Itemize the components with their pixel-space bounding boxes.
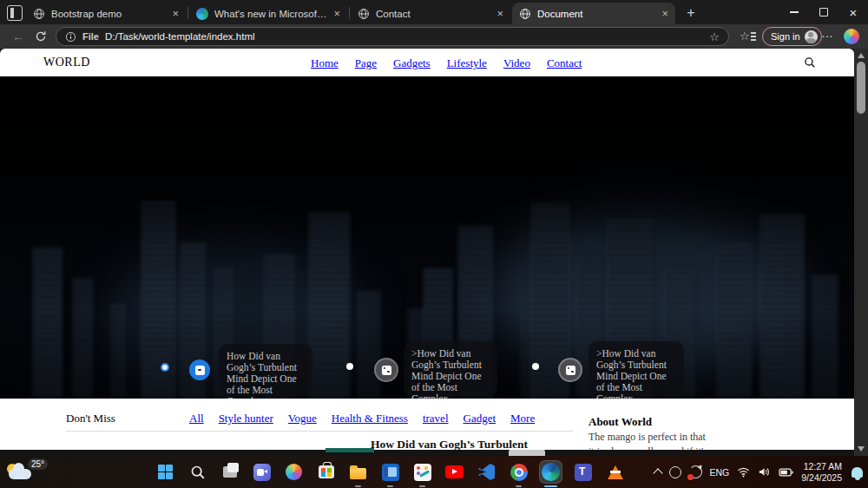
- nav-link-lifestyle[interactable]: Lifestyle: [447, 56, 487, 70]
- copilot-icon[interactable]: [844, 29, 859, 44]
- tab-whats-new-edge[interactable]: What's new in Microsoft Edge: [189, 3, 347, 24]
- folder-icon: [350, 468, 366, 479]
- tab-close-icon[interactable]: [661, 8, 668, 19]
- slide-icon-button[interactable]: [376, 359, 397, 380]
- teams-button[interactable]: [572, 461, 594, 483]
- language-indicator[interactable]: ENG: [710, 467, 730, 478]
- slide-icon-button[interactable]: [560, 359, 581, 380]
- browser-menu-icon[interactable]: [821, 26, 834, 40]
- wifi-icon[interactable]: [737, 466, 750, 478]
- slide-caption[interactable]: How Did van Gogh’s Turbulent Mind Depict…: [219, 344, 312, 396]
- restore-button[interactable]: [809, 0, 838, 24]
- filter-gadget[interactable]: Gadget: [464, 412, 496, 425]
- next-section-edge: [0, 450, 854, 456]
- tab-title: What's new in Microsoft Edge: [214, 9, 327, 19]
- microsoft-store-button[interactable]: [315, 461, 337, 483]
- update-status-icon[interactable]: [689, 465, 702, 478]
- hero-carousel: How Did van Gogh’s Turbulent Mind Depict…: [0, 76, 854, 399]
- sign-in-button[interactable]: Sign in: [762, 27, 822, 46]
- search-icon[interactable]: [804, 56, 816, 69]
- nav-link-video[interactable]: Video: [503, 56, 530, 70]
- file-explorer-button[interactable]: [347, 461, 369, 483]
- slide-indicator-dot[interactable]: [346, 363, 353, 370]
- nav-link-contact[interactable]: Contact: [547, 56, 582, 70]
- info-icon[interactable]: [65, 31, 76, 43]
- filter-health-fitness[interactable]: Health & Fitness: [332, 412, 408, 425]
- weather-widget[interactable]: 25°: [7, 458, 52, 485]
- back-button[interactable]: [10, 29, 26, 44]
- chrome-button[interactable]: [508, 461, 529, 483]
- scrollbar-thumb[interactable]: [857, 62, 865, 114]
- chrome-icon: [510, 464, 528, 481]
- taskbar: 25° ENG: [0, 456, 868, 488]
- tab-contact[interactable]: Contact: [351, 3, 510, 24]
- notification-bell-icon[interactable]: [852, 467, 863, 478]
- vscode-icon: [478, 464, 495, 480]
- slide-indicator-dot-active[interactable]: [161, 363, 169, 372]
- app-window-icon: [382, 464, 399, 481]
- snipping-tool-button[interactable]: [411, 461, 433, 483]
- page-scrollbar[interactable]: [854, 49, 868, 456]
- vscode-button[interactable]: [476, 461, 497, 483]
- filter-travel[interactable]: travel: [423, 412, 449, 425]
- tray-overflow-chevron-icon[interactable]: [653, 468, 662, 478]
- browser-toolbar: File D:/Task/world-template/index.html S…: [0, 24, 868, 49]
- start-button[interactable]: [155, 461, 176, 483]
- address-bar[interactable]: File D:/Task/world-template/index.html: [56, 27, 729, 46]
- copilot-taskbar-button[interactable]: [283, 461, 305, 483]
- chat-icon: [253, 464, 271, 481]
- temperature-label: 25°: [28, 458, 48, 470]
- battery-icon[interactable]: [779, 467, 793, 478]
- minimize-button[interactable]: [779, 0, 809, 24]
- taskbar-search-button[interactable]: [187, 461, 208, 483]
- youtube-button[interactable]: [444, 461, 465, 483]
- tab-close-icon[interactable]: [496, 8, 503, 19]
- main-nav: Home Page Gadgets Lifestyle Video Contac…: [311, 56, 582, 70]
- vlc-button[interactable]: [604, 461, 626, 483]
- sign-in-label: Sign in: [771, 31, 800, 42]
- close-window-button[interactable]: [838, 0, 868, 24]
- file-protocol-badge: File: [82, 31, 99, 42]
- tab-actions-menu-icon[interactable]: [7, 5, 23, 21]
- nav-link-page[interactable]: Page: [355, 56, 377, 70]
- chat-button[interactable]: [251, 461, 273, 483]
- filter-vogue[interactable]: Vogue: [288, 412, 317, 425]
- tab-close-icon[interactable]: [333, 8, 340, 19]
- slide-caption[interactable]: >How Did van Gogh’s Turbulent Mind Depic…: [589, 341, 684, 397]
- edge-button-active[interactable]: [540, 461, 562, 483]
- url-text[interactable]: D:/Task/world-template/index.html: [105, 31, 255, 42]
- edge-logo-icon: [196, 8, 208, 20]
- filter-all[interactable]: All: [189, 412, 204, 425]
- scroll-up-arrow[interactable]: [858, 53, 865, 58]
- volume-icon[interactable]: [758, 466, 771, 478]
- favorites-collections-icon[interactable]: [740, 30, 750, 43]
- store-icon: [319, 465, 334, 478]
- clock[interactable]: 12:27 AM 9/24/2025: [801, 461, 842, 484]
- tab-separator: [187, 7, 188, 19]
- slide-icon-button-active[interactable]: [189, 359, 210, 380]
- cloud-icon: [9, 469, 31, 479]
- nav-link-home[interactable]: Home: [311, 56, 339, 70]
- image-placeholder-icon: [195, 366, 205, 375]
- filter-more[interactable]: More: [510, 412, 535, 425]
- favorite-star-icon[interactable]: [709, 30, 720, 43]
- tab-close-icon[interactable]: [172, 8, 179, 19]
- teal-accent-bar: [326, 448, 374, 452]
- slide-caption[interactable]: >How Did van Gogh’s Turbulent Mind Depic…: [404, 341, 497, 397]
- slide-indicator-dot[interactable]: [532, 363, 539, 370]
- tab-bootstrap-demo[interactable]: Bootstrap demo: [26, 3, 186, 24]
- globe-icon: [33, 8, 45, 20]
- tab-title: Contact: [376, 9, 490, 19]
- system-tray: ENG 12:27 AM 9/24/2025: [654, 456, 863, 488]
- task-view-button[interactable]: [219, 461, 240, 483]
- browser-tab-bar: Bootstrap demo What's new in Microsoft E…: [0, 0, 868, 24]
- site-logo[interactable]: WORLD: [43, 56, 90, 69]
- refresh-button[interactable]: [33, 29, 49, 44]
- app-window-button[interactable]: [379, 461, 401, 483]
- tab-document-active[interactable]: Document: [512, 3, 675, 24]
- new-tab-button[interactable]: [682, 4, 700, 22]
- filter-style-hunter[interactable]: Style hunter: [219, 412, 273, 425]
- scroll-down-arrow[interactable]: [858, 446, 865, 452]
- nav-link-gadgets[interactable]: Gadgets: [393, 56, 431, 70]
- tray-ring-icon[interactable]: [669, 466, 681, 478]
